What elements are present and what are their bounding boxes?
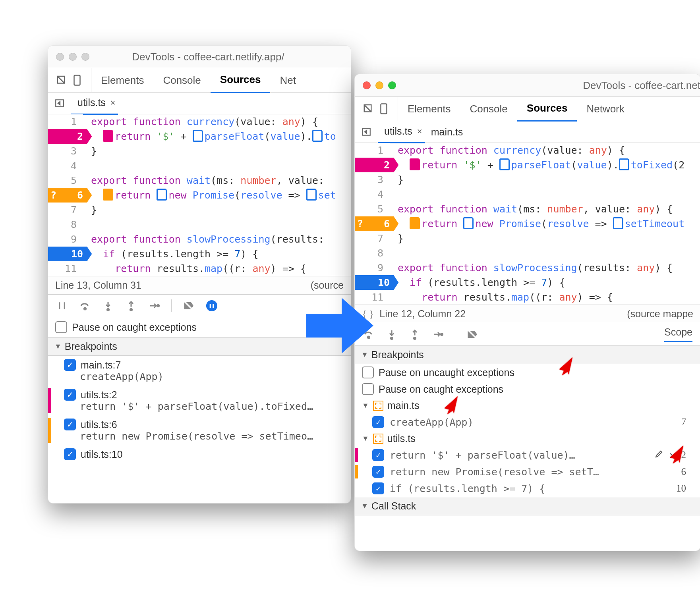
tab-network[interactable]: Network <box>577 97 634 121</box>
breakpoint-entry[interactable]: ✓if (results.length >= 7) {10 <box>355 480 700 497</box>
pause-uncaught-checkbox[interactable] <box>362 367 374 378</box>
breakpoint-entry[interactable]: ✓return '$' + parseFloat(value)…✕2 <box>355 447 700 463</box>
tab-elements[interactable]: Elements <box>398 97 460 121</box>
svg-rect-1 <box>74 75 80 85</box>
breakpoint-entry[interactable]: ✓return new Promise(resolve => setT…6 <box>355 463 700 480</box>
cursor-position: Line 13, Column 31 <box>55 280 141 291</box>
breakpoint-checkbox[interactable]: ✓ <box>64 389 76 401</box>
deactivate-breakpoints-icon[interactable] <box>466 328 478 340</box>
tab-console[interactable]: Console <box>153 68 210 92</box>
breakpoint-checkbox[interactable]: ✓ <box>372 449 384 461</box>
file-tab-main[interactable]: main.ts <box>425 121 466 143</box>
scope-tab[interactable]: Scope <box>664 326 692 342</box>
breakpoint-entry[interactable]: ✓createApp(App)7 <box>355 414 700 430</box>
chevron-down-icon[interactable]: ▼ <box>362 434 369 443</box>
window-title: DevTools - coffee-cart.netlify.app/ <box>97 51 319 63</box>
step-out-icon[interactable] <box>409 328 421 340</box>
minimize-dot[interactable] <box>375 81 383 89</box>
pause-caught-checkbox[interactable] <box>55 321 67 333</box>
group-main-label: main.ts <box>387 400 420 411</box>
breakpoints-header: Breakpoints <box>371 349 424 361</box>
step-into-icon[interactable] <box>102 300 114 312</box>
breakpoint-checkbox[interactable]: ✓ <box>372 466 384 478</box>
navigator-icon[interactable] <box>53 96 66 110</box>
breakpoint-entry[interactable]: ✓utils.ts:2return '$' + parseFloat(value… <box>48 386 351 415</box>
tab-elements[interactable]: Elements <box>91 68 153 92</box>
close-dot[interactable] <box>363 81 371 89</box>
step-icon[interactable] <box>432 328 444 340</box>
zoom-dot[interactable] <box>81 53 89 61</box>
close-icon[interactable]: × <box>110 98 116 108</box>
highlight-arrow <box>664 441 688 465</box>
breakpoints-header: Breakpoints <box>65 341 117 352</box>
callstack-header: Call Stack <box>371 500 416 512</box>
breakpoint-checkbox[interactable]: ✓ <box>372 416 384 428</box>
breakpoint-entry[interactable]: ✓utils.ts:6return new Promise(resolve =>… <box>48 415 351 445</box>
navigator-icon[interactable] <box>360 125 373 139</box>
step-out-icon[interactable] <box>125 300 137 312</box>
pause-exceptions-icon[interactable] <box>206 300 218 312</box>
svg-point-7 <box>207 301 217 311</box>
chevron-down-icon[interactable]: ▼ <box>362 401 369 410</box>
breakpoint-checkbox[interactable]: ✓ <box>372 482 384 494</box>
window-controls[interactable] <box>355 81 404 89</box>
step-icon[interactable] <box>148 300 160 312</box>
highlight-arrow <box>439 392 462 415</box>
svg-point-4 <box>107 309 109 311</box>
file-icon <box>373 434 383 444</box>
window-controls[interactable] <box>48 53 97 61</box>
svg-point-14 <box>441 334 443 336</box>
svg-rect-9 <box>381 104 387 114</box>
close-icon[interactable]: × <box>417 126 422 137</box>
svg-point-5 <box>130 309 132 311</box>
code-editor[interactable]: 1export function currency(value: any) {2… <box>355 143 700 305</box>
step-into-icon[interactable] <box>386 328 398 340</box>
highlight-arrow <box>553 353 577 376</box>
svg-point-6 <box>157 305 159 307</box>
group-utils-label: utils.ts <box>387 433 416 444</box>
svg-point-13 <box>414 338 416 340</box>
pause-icon[interactable] <box>56 300 68 312</box>
zoom-dot[interactable] <box>388 81 396 89</box>
source-mapped-label: (source mappe <box>627 308 693 320</box>
close-dot[interactable] <box>56 53 64 61</box>
file-tab-utils[interactable]: utils.ts × <box>71 92 118 115</box>
step-over-icon[interactable] <box>79 300 91 312</box>
breakpoint-checkbox[interactable]: ✓ <box>64 419 76 430</box>
cursor-position: Line 12, Column 22 <box>379 308 466 320</box>
breakpoint-checkbox[interactable]: ✓ <box>64 448 76 460</box>
file-tab-utils[interactable]: utils.ts × <box>378 121 425 143</box>
window-title: DevTools - coffee-cart.net <box>404 79 700 92</box>
tab-sources[interactable]: Sources <box>211 68 271 93</box>
breakpoint-checkbox[interactable]: ✓ <box>64 359 76 371</box>
tab-sources[interactable]: Sources <box>517 96 577 122</box>
transition-arrow <box>298 286 377 365</box>
pause-caught-label: Pause on caught exceptions <box>72 322 197 333</box>
device-toolbar[interactable] <box>48 68 91 92</box>
device-toolbar[interactable] <box>355 97 398 121</box>
pause-uncaught-label: Pause on uncaught exceptions <box>379 367 514 378</box>
file-icon <box>373 401 383 411</box>
tab-console[interactable]: Console <box>460 97 517 121</box>
minimize-dot[interactable] <box>69 53 77 61</box>
deactivate-breakpoints-icon[interactable] <box>183 300 195 312</box>
svg-point-12 <box>391 338 393 340</box>
pause-caught-checkbox[interactable] <box>362 383 374 395</box>
svg-point-3 <box>84 308 86 310</box>
edit-icon[interactable] <box>654 449 664 461</box>
tab-network[interactable]: Net <box>270 68 305 92</box>
chevron-down-icon[interactable]: ▼ <box>54 342 62 351</box>
chevron-down-icon[interactable]: ▼ <box>361 502 368 510</box>
code-editor[interactable]: 1export function currency(value: any) {2… <box>48 114 351 276</box>
breakpoint-entry[interactable]: ✓utils.ts:10 <box>48 445 351 463</box>
